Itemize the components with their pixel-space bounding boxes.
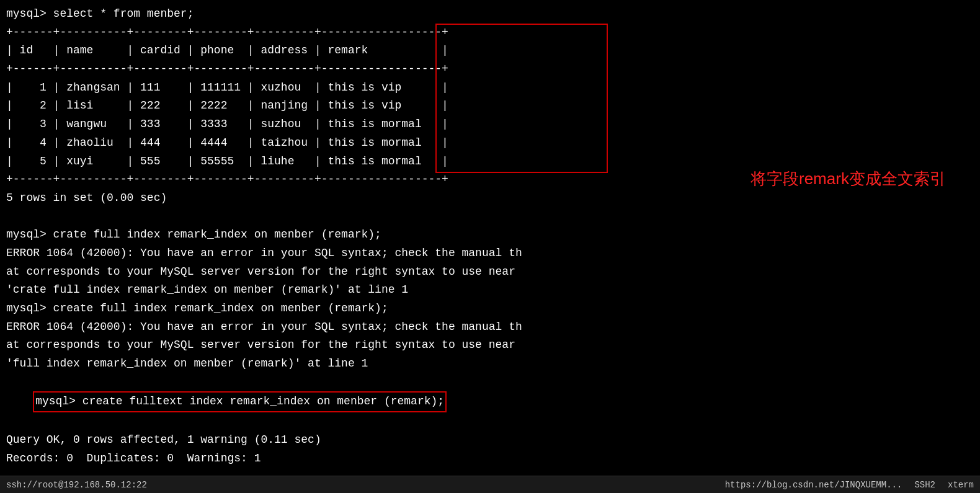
statusbar-left: ssh://root@192.168.50.12:22: [6, 480, 147, 490]
table-sep-bot: +------+----------+--------+--------+---…: [6, 171, 448, 189]
error-1-2: at corresponds to your MySQL server vers…: [6, 263, 726, 282]
remark-highlight-box: [435, 24, 608, 174]
annotation-panel: 将字段remark变成全文索引: [732, 0, 980, 493]
annotation-text: 将字段remark变成全文索引: [751, 167, 946, 190]
cmd-crate: mysql> crate full index remark_index on …: [6, 226, 726, 244]
terminal: mysql> select * from menber; +------+---…: [0, 0, 732, 493]
table-row-4: | 4 | zhaoliu | 444 | 4444 | taizhou | t…: [6, 134, 448, 153]
statusbar-xterm: xterm: [948, 480, 974, 490]
records-line: Records: 0 Duplicates: 0 Warnings: 1: [6, 450, 726, 468]
cmd-create-full: mysql> create full index remark_index on…: [6, 300, 726, 318]
error-1-3: 'crate full index remark_index on menber…: [6, 281, 726, 300]
table-row-3: | 3 | wangwu | 333 | 3333 | suzhou | thi…: [6, 115, 448, 134]
error-2-1: ERROR 1064 (42000): You have an error in…: [6, 318, 726, 337]
ssh-connection: ssh://root@192.168.50.12:22: [6, 480, 147, 490]
line-select: mysql> select * from menber;: [6, 5, 726, 24]
statusbar-right: https://blog.csdn.net/JINQXUEMM... SSH2 …: [725, 480, 974, 490]
error-1-1: ERROR 1064 (42000): You have an error in…: [6, 244, 726, 263]
table-sep-top: +------+----------+--------+--------+---…: [6, 24, 448, 42]
blank-1: [6, 208, 726, 226]
query-ok: Query OK, 0 rows affected, 1 warning (0.…: [6, 431, 726, 450]
table-row-1: | 1 | zhangsan | 111 | 111111 | xuzhou |…: [6, 79, 448, 97]
cmd-fulltext-highlight: mysql> create fulltext index remark_inde…: [33, 391, 447, 412]
error-2-3: 'full index remark_index on menber (rema…: [6, 355, 726, 373]
table-header: | id | name | cardid | phone | address |…: [6, 42, 448, 60]
statusbar-ssh2: SSH2: [914, 480, 935, 490]
rows-in-set: 5 rows in set (0.00 sec): [6, 189, 726, 208]
table-sep-mid: +------+----------+--------+--------+---…: [6, 60, 448, 79]
statusbar-url: https://blog.csdn.net/JINQXUEMM...: [725, 480, 902, 490]
table-row-2: | 2 | lisi | 222 | 2222 | nanjing | this…: [6, 97, 448, 115]
error-2-2: at corresponds to your MySQL server vers…: [6, 336, 726, 355]
statusbar: ssh://root@192.168.50.12:22 https://blog…: [0, 476, 980, 493]
cmd-fulltext: mysql> create fulltext index remark_inde…: [6, 373, 447, 431]
table-row-5: | 5 | xuyi | 555 | 55555 | liuhe | this …: [6, 153, 448, 171]
